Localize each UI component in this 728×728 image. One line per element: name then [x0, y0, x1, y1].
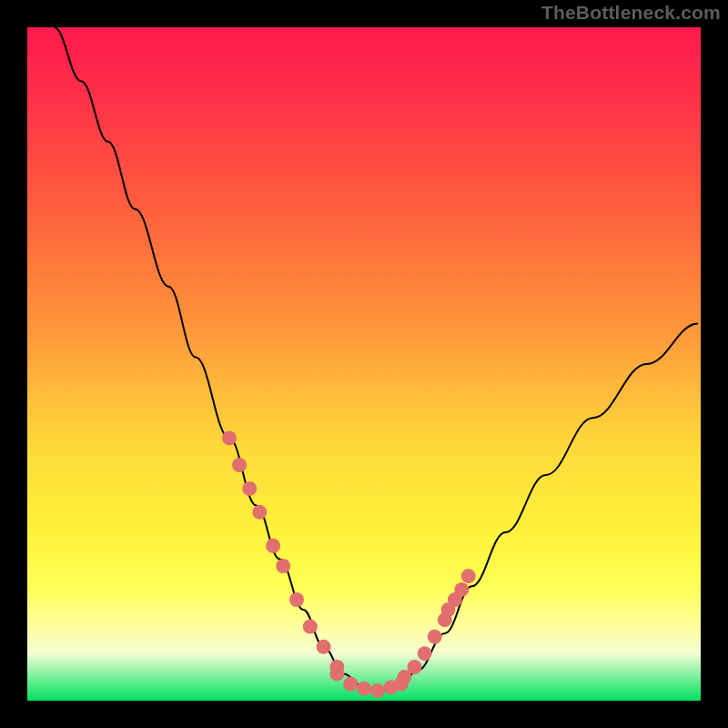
- data-point: [343, 677, 358, 692]
- data-point: [289, 592, 304, 607]
- data-point: [418, 646, 432, 661]
- plot-area: [27, 27, 701, 701]
- data-point: [357, 682, 371, 696]
- data-point: [370, 683, 385, 698]
- data-point: [461, 569, 476, 583]
- data-point: [408, 660, 422, 674]
- watermark-label: TheBottleneck.com: [541, 2, 721, 24]
- data-point: [329, 666, 344, 681]
- data-point: [242, 481, 257, 496]
- data-point: [303, 620, 318, 634]
- scatter-dots: [222, 430, 476, 698]
- data-point: [276, 559, 290, 573]
- outer-frame: TheBottleneck.com: [0, 0, 728, 728]
- data-point: [454, 582, 469, 597]
- data-point: [317, 640, 331, 654]
- chart-svg: [27, 27, 701, 701]
- data-point: [428, 630, 442, 644]
- data-point: [232, 458, 247, 472]
- data-point: [266, 539, 280, 553]
- data-point: [252, 505, 267, 520]
- bottleneck-curve: [55, 27, 698, 691]
- data-point: [222, 430, 237, 445]
